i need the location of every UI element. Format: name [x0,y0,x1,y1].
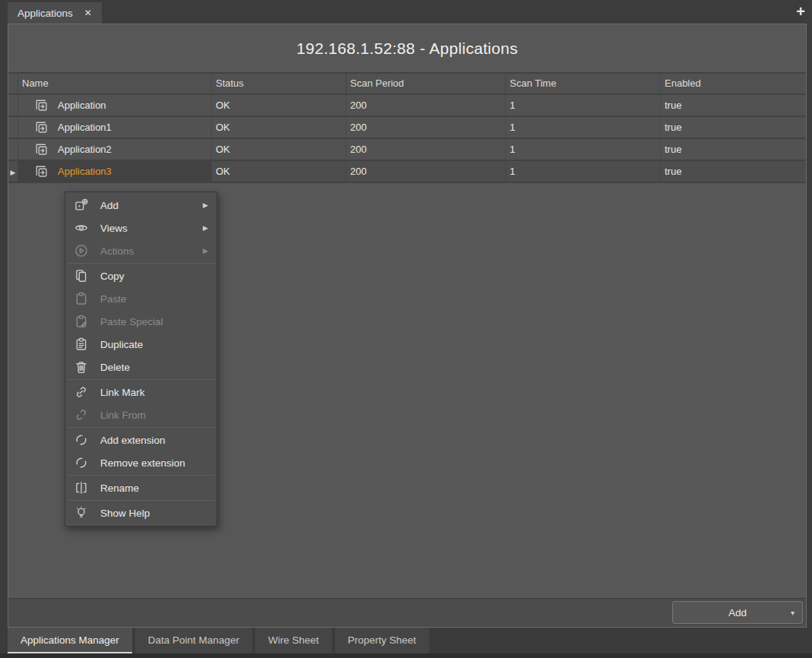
column-header-gutter [8,74,18,93]
cell-scan-period: 200 [346,95,506,115]
cell-enabled: true [661,95,806,115]
tab-property-sheet[interactable]: Property Sheet [335,628,429,653]
menu-item-delete[interactable]: Delete [65,356,216,378]
submenu-arrow-icon: ▶ [203,201,208,209]
tab-applications-manager[interactable]: Applications Manager [8,628,132,653]
cell-scan-time: 1 [506,95,661,115]
cell-name: Application2 [18,139,212,160]
cell-name: Application1 [18,117,212,138]
cell-enabled: true [661,117,806,138]
cell-enabled: true [661,161,806,182]
tab-wire-sheet[interactable]: Wire Sheet [255,628,332,653]
application-icon [35,121,50,134]
extension-icon [74,433,90,447]
cell-status: OK [212,117,346,138]
add-button-label: Add [728,607,747,618]
cell-status: OK [212,95,346,115]
cell-name: Application [18,95,212,115]
menu-separator [67,500,215,501]
table-row-application2[interactable]: Application2 OK 200 1 true [8,139,806,161]
cell-scan-period: 200 [346,161,506,182]
extension-icon [74,456,90,470]
actions-icon [74,244,90,258]
caret-down-icon: ▾ [791,609,795,617]
column-header-enabled[interactable]: Enabled [661,74,806,93]
menu-separator [67,379,215,380]
column-header-status[interactable]: Status [212,74,346,93]
selected-row-arrow-icon: ▶ [11,169,16,176]
cell-scan-period: 200 [346,139,506,160]
column-header-scan-time[interactable]: Scan Time [506,74,661,93]
menu-item-duplicate[interactable]: Duplicate [65,333,216,356]
menu-item-views[interactable]: Views ▶ [65,217,216,239]
menu-item-link-from: Link From [65,403,216,426]
cell-status: OK [212,139,346,160]
paste-icon [74,292,90,305]
views-icon [74,221,90,235]
bottom-tab-bar: Applications ManagerData Point ManagerWi… [0,628,812,653]
cell-status: OK [212,161,346,182]
page-title: 192.168.1.52:88 - Applications [8,24,806,72]
bottom-bar: Applications ManagerData Point ManagerWi… [0,628,812,658]
link-broken-icon [74,408,90,422]
menu-item-show-help[interactable]: Show Help [65,501,216,524]
row-selector-gutter [8,139,18,160]
rename-icon [74,481,90,495]
submenu-arrow-icon: ▶ [203,224,208,232]
tab-data-point-manager[interactable]: Data Point Manager [135,628,252,653]
menu-separator [67,263,215,264]
application-name: Application [58,95,106,115]
column-header-scan-period[interactable]: Scan Period [346,74,506,93]
column-header-name[interactable]: Name [18,74,212,93]
context-menu: Add ▶ Views ▶ Actions ▶ Copy Paste Paste… [65,191,217,527]
table-header: Name Status Scan Period Scan Time Enable… [8,72,806,95]
delete-icon [74,360,90,374]
row-selector-gutter: ▶ [8,161,18,182]
cell-scan-time: 1 [506,161,661,182]
menu-item-actions: Actions ▶ [65,239,216,262]
application-icon [35,99,50,112]
application-icon [35,165,50,179]
menu-item-add[interactable]: Add ▶ [65,194,216,217]
tab-applications[interactable]: Applications ✕ [8,2,102,24]
top-tab-bar: Applications ✕ + [0,0,812,24]
table-row-application3[interactable]: ▶ Application3 OK 200 1 true [8,161,806,183]
application-name: Application3 [58,161,112,182]
application-icon [35,143,50,157]
row-selector-gutter [8,95,18,115]
cell-scan-time: 1 [506,117,661,138]
paste-special-icon [74,315,90,328]
cell-scan-period: 200 [346,117,506,138]
menu-item-copy[interactable]: Copy [65,264,216,287]
submenu-arrow-icon: ▶ [203,247,208,255]
cell-enabled: true [661,139,806,160]
help-icon [74,506,90,520]
application-name: Application1 [58,117,112,138]
menu-item-remove-extension[interactable]: Remove extension [65,451,216,474]
duplicate-icon [74,337,90,351]
menu-item-rename[interactable]: Rename [65,476,216,499]
footer-bar: Add ▾ [8,598,806,627]
menu-separator [67,475,215,476]
menu-item-link-mark[interactable]: Link Mark [65,381,216,403]
tab-applications-label: Applications [17,8,73,19]
cell-scan-time: 1 [506,139,661,160]
add-icon [74,198,90,212]
cell-name: Application3 [18,161,212,182]
table-body: Application OK 200 1 true Application1 O… [8,95,806,183]
menu-separator [67,427,215,428]
application-window: Applications ✕ + 192.168.1.52:88 - Appli… [0,0,812,658]
row-selector-gutter [8,117,18,138]
menu-item-paste: Paste [65,287,216,310]
new-tab-button[interactable]: + [796,2,805,21]
table-row-application[interactable]: Application OK 200 1 true [8,95,806,117]
link-icon [74,385,90,399]
close-icon[interactable]: ✕ [84,8,92,18]
application-name: Application2 [58,139,112,160]
copy-icon [74,269,90,283]
menu-item-paste-special: Paste Special [65,310,216,333]
table-row-application1[interactable]: Application1 OK 200 1 true [8,117,806,139]
menu-item-add-extension[interactable]: Add extension [65,429,216,451]
add-button[interactable]: Add ▾ [672,601,803,624]
